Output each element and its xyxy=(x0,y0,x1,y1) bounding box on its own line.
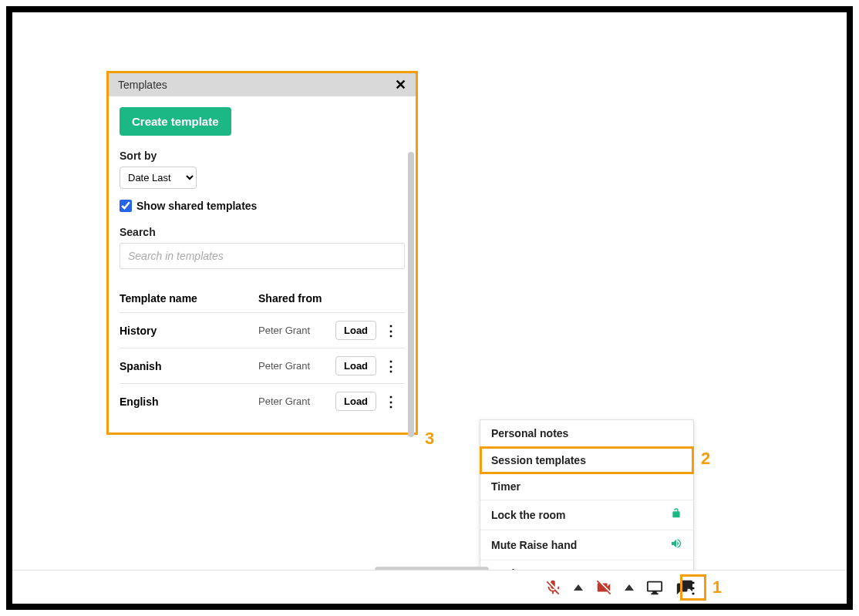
search-label: Search xyxy=(120,226,405,238)
panel-title: Templates xyxy=(118,79,167,91)
menu-timer[interactable]: Timer xyxy=(480,473,693,500)
table-row: History Peter Grant Load ⋮ xyxy=(120,312,405,348)
col-header-name: Template name xyxy=(120,292,258,305)
app-canvas: Templates ✕ Create template Sort by Date… xyxy=(6,6,853,610)
more-icon[interactable]: ⋮ xyxy=(382,324,400,338)
load-button[interactable]: Load xyxy=(335,321,376,340)
menu-lock-room[interactable]: Lock the room xyxy=(480,500,693,530)
load-button[interactable]: Load xyxy=(335,356,376,375)
more-icon[interactable]: ⋮ xyxy=(382,395,400,409)
more-options-button[interactable]: ⋮ xyxy=(680,574,706,601)
scrollbar[interactable] xyxy=(408,152,414,437)
search-input[interactable] xyxy=(120,243,405,269)
more-icon[interactable]: ⋮ xyxy=(382,359,400,373)
menu-session-templates[interactable]: Session templates xyxy=(480,446,694,474)
template-name: English xyxy=(120,396,258,408)
close-icon[interactable]: ✕ xyxy=(395,78,406,92)
table-row: Spanish Peter Grant Load ⋮ xyxy=(120,348,405,383)
table-header: Template name Shared from xyxy=(120,286,405,312)
panel-header: Templates ✕ xyxy=(109,73,416,96)
camera-options-caret-icon[interactable] xyxy=(625,584,634,591)
show-shared-row: Show shared templates xyxy=(120,200,405,212)
menu-item-label: Personal notes xyxy=(491,427,568,439)
volume-icon xyxy=(670,537,682,553)
mic-options-caret-icon[interactable] xyxy=(574,584,583,591)
sort-by-select[interactable]: Date Last xyxy=(120,167,197,189)
template-name: Spanish xyxy=(120,360,258,372)
unlock-icon xyxy=(670,507,682,523)
template-shared-from: Peter Grant xyxy=(258,325,335,336)
menu-item-label: Mute Raise hand xyxy=(491,539,577,551)
templates-panel: Templates ✕ Create template Sort by Date… xyxy=(106,71,418,435)
menu-item-label: Session templates xyxy=(491,454,586,466)
template-name: History xyxy=(120,325,258,337)
mic-muted-icon[interactable] xyxy=(544,579,561,596)
menu-item-label: Timer xyxy=(491,480,520,493)
menu-personal-notes[interactable]: Personal notes xyxy=(480,420,693,447)
callout-1: 1 xyxy=(712,577,722,597)
more-options-menu: Personal notes Session templates Timer L… xyxy=(480,419,694,587)
template-shared-from: Peter Grant xyxy=(258,396,335,407)
create-template-button[interactable]: Create template xyxy=(120,107,231,136)
table-row: English Peter Grant Load ⋮ xyxy=(120,383,405,419)
show-shared-checkbox[interactable] xyxy=(120,200,132,212)
camera-off-icon[interactable] xyxy=(595,579,612,596)
menu-mute-raise-hand[interactable]: Mute Raise hand xyxy=(480,530,693,560)
load-button[interactable]: Load xyxy=(335,392,376,411)
template-shared-from: Peter Grant xyxy=(258,360,335,372)
sort-by-label: Sort by xyxy=(120,150,405,162)
callout-2: 2 xyxy=(701,449,710,469)
panel-body: Create template Sort by Date Last Show s… xyxy=(109,96,416,433)
screen-share-icon[interactable] xyxy=(646,579,663,596)
col-header-from: Shared from xyxy=(258,292,335,305)
show-shared-label: Show shared templates xyxy=(136,200,257,212)
menu-item-label: Lock the room xyxy=(491,509,565,521)
callout-3: 3 xyxy=(425,429,434,449)
